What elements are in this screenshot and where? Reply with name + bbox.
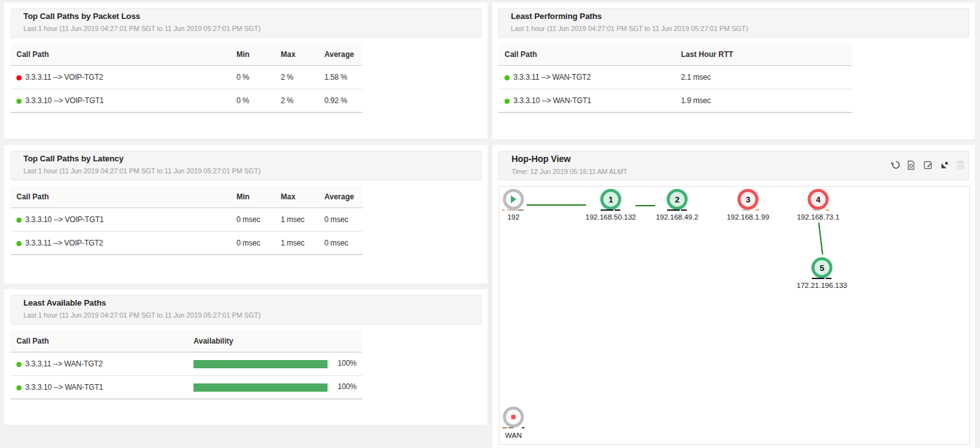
svg-text:5: 5 [819,263,824,273]
svg-text:172.21.196.133: 172.21.196.133 [797,282,847,289]
svg-text:2: 2 [675,195,679,204]
svg-text:3: 3 [745,195,750,204]
svg-text:WAN: WAN [505,432,522,439]
svg-text:192.168.50.132: 192.168.50.132 [585,213,636,221]
svg-text:4: 4 [816,195,821,204]
svg-text:192.168.1.99: 192.168.1.99 [726,213,769,221]
svg-text:192: 192 [507,213,519,221]
svg-text:192.168.49.2: 192.168.49.2 [656,213,698,221]
svg-text:1: 1 [608,195,613,204]
svg-text:192.168.73.1: 192.168.73.1 [797,213,839,221]
